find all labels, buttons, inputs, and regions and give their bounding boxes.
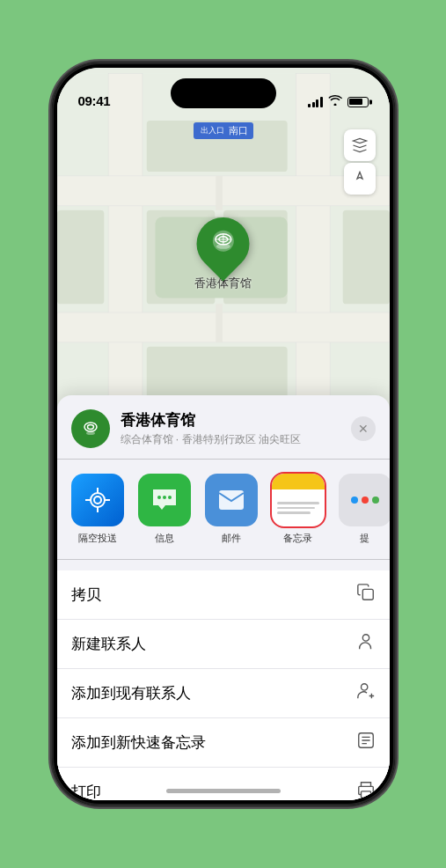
notes-top-bar (272, 474, 325, 489)
svg-rect-9 (57, 210, 104, 305)
svg-point-29 (157, 496, 161, 499)
more-dots-container (351, 497, 379, 504)
menu-item-print[interactable]: 打印 (57, 768, 390, 800)
copy-label: 拷贝 (71, 585, 101, 605)
airdrop-icon (71, 474, 124, 526)
more-label: 提 (360, 532, 369, 545)
venue-avatar (71, 409, 110, 448)
svg-rect-40 (361, 791, 370, 798)
venue-marker-icon (209, 227, 238, 261)
svg-point-20 (84, 423, 97, 431)
venue-description: 综合体育馆 · 香港特别行政区 油尖旺区 (121, 432, 351, 447)
mail-label: 邮件 (222, 532, 241, 545)
add-existing-contact-label: 添加到现有联系人 (71, 683, 191, 703)
more-icon-wrap (339, 474, 390, 526)
notes-line-2 (277, 507, 315, 510)
share-item-more[interactable]: 提 (339, 474, 390, 545)
svg-point-34 (362, 635, 369, 641)
notes-label: 备忘录 (283, 532, 312, 545)
person-icon (356, 632, 376, 656)
venue-name: 香港体育馆 (121, 410, 351, 430)
wifi-icon (328, 95, 342, 108)
notes-icon-inner (272, 474, 325, 526)
message-icon (138, 474, 191, 526)
signal-icon (308, 97, 323, 107)
close-button[interactable]: ✕ (351, 416, 376, 441)
entrance-type: 出入口 (199, 125, 226, 136)
entrance-name: 南口 (229, 124, 248, 137)
person-add-icon (356, 681, 376, 705)
share-item-message[interactable]: 信息 (138, 474, 191, 545)
dot-red (362, 497, 369, 504)
svg-point-23 (91, 493, 105, 507)
svg-rect-33 (362, 589, 373, 600)
status-time: 09:41 (78, 93, 111, 108)
message-label: 信息 (155, 532, 174, 545)
menu-list: 拷贝 新建联系人 (57, 570, 390, 800)
phone-screen: 09:41 (57, 68, 390, 800)
airdrop-label: 隔空投送 (78, 532, 117, 545)
svg-point-24 (94, 497, 101, 504)
venue-info: 香港体育馆 综合体育馆 · 香港特别行政区 油尖旺区 (121, 410, 351, 447)
share-item-notes[interactable]: 备忘录 (272, 474, 325, 545)
note-icon (356, 731, 376, 754)
mail-icon (205, 474, 258, 526)
map-location-button[interactable] (344, 163, 376, 195)
menu-item-add-existing-contact[interactable]: 添加到现有联系人 (57, 669, 390, 718)
home-indicator (166, 789, 281, 793)
svg-rect-3 (57, 176, 390, 206)
dynamic-island (171, 78, 276, 108)
menu-item-new-contact[interactable]: 新建联系人 (57, 620, 390, 669)
svg-rect-10 (342, 210, 389, 305)
svg-point-30 (163, 496, 166, 499)
location-marker: 香港体育馆 (194, 217, 252, 291)
menu-item-copy[interactable]: 拷贝 (57, 570, 390, 620)
map-area: 出入口 南口 (57, 68, 390, 446)
svg-point-22 (86, 431, 95, 435)
bottom-sheet: 香港体育馆 综合体育馆 · 香港特别行政区 油尖旺区 ✕ (57, 395, 390, 800)
svg-rect-2 (296, 74, 330, 441)
dot-green (372, 497, 379, 504)
notes-line-3 (277, 511, 311, 514)
dot-blue (351, 497, 358, 504)
map-controls (344, 129, 376, 195)
new-contact-label: 新建联系人 (71, 634, 146, 654)
add-note-label: 添加到新快速备忘录 (71, 732, 206, 753)
share-row: 隔空投送 信息 (57, 460, 390, 560)
share-item-airdrop[interactable]: 隔空投送 (71, 474, 124, 545)
svg-point-31 (168, 496, 172, 499)
phone-frame: 09:41 (52, 63, 395, 805)
svg-rect-1 (108, 74, 143, 441)
map-layers-button[interactable] (344, 129, 376, 161)
svg-rect-4 (57, 313, 390, 342)
print-label: 打印 (71, 782, 101, 800)
status-icons (308, 95, 369, 108)
marker-pin (186, 207, 260, 282)
notes-line-1 (277, 502, 319, 504)
battery-icon (347, 97, 369, 107)
printer-icon (356, 780, 376, 800)
svg-point-35 (361, 684, 367, 690)
copy-icon (356, 583, 376, 607)
map-entrance-label: 出入口 南口 (194, 122, 253, 139)
notes-lines (272, 489, 325, 526)
sheet-header: 香港体育馆 综合体育馆 · 香港特别行政区 油尖旺区 ✕ (57, 409, 390, 460)
menu-item-add-note[interactable]: 添加到新快速备忘录 (57, 718, 390, 768)
svg-point-21 (87, 425, 93, 430)
notes-icon (272, 474, 325, 526)
share-item-mail[interactable]: 邮件 (205, 474, 258, 545)
